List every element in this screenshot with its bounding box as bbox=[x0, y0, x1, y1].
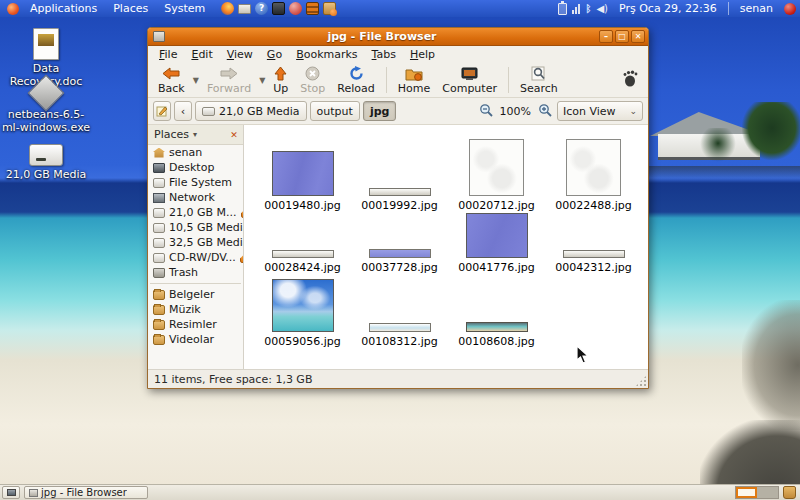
breadcrumb-jpg-current[interactable]: jpg bbox=[363, 101, 397, 121]
file-item[interactable]: 00041776.jpg bbox=[448, 213, 545, 275]
file-item[interactable]: 00108312.jpg bbox=[351, 275, 448, 349]
file-item[interactable]: 00042312.jpg bbox=[545, 213, 642, 275]
menu-go[interactable]: Go bbox=[260, 47, 289, 62]
workspace-1[interactable] bbox=[736, 487, 757, 498]
search-button[interactable]: Search bbox=[514, 64, 564, 97]
forward-button[interactable]: Forward bbox=[201, 64, 257, 97]
firefox-launcher-icon[interactable] bbox=[221, 2, 234, 15]
sidebar-close-icon[interactable]: ✕ bbox=[228, 129, 240, 141]
optical-drive-icon bbox=[153, 253, 165, 263]
menu-edit[interactable]: Edit bbox=[184, 47, 219, 62]
desktop-icon-media-drive[interactable]: 21,0 GB Media bbox=[0, 140, 92, 182]
help-launcher-icon[interactable]: ? bbox=[255, 2, 268, 15]
signal-strength-icon[interactable] bbox=[572, 3, 580, 14]
stop-icon bbox=[305, 66, 320, 82]
menu-help[interactable]: Help bbox=[403, 47, 442, 62]
zoom-in-icon[interactable] bbox=[538, 103, 552, 120]
window-titlebar[interactable]: jpg - File Browser – □ ✕ bbox=[148, 28, 648, 46]
file-item[interactable]: 00028424.jpg bbox=[254, 213, 351, 275]
file-view[interactable]: 00019480.jpg 00019992.jpg 00020712.jpg 0… bbox=[244, 125, 648, 369]
file-item[interactable]: 00019992.jpg bbox=[351, 133, 448, 213]
volume-icon[interactable]: ◀) bbox=[596, 3, 608, 14]
drive-icon bbox=[153, 223, 165, 233]
sidebar-item-32gb-media[interactable]: 32,5 GB Media bbox=[148, 235, 243, 250]
folder-icon bbox=[153, 305, 165, 315]
resize-grip[interactable] bbox=[635, 375, 647, 387]
show-desktop-button[interactable] bbox=[2, 486, 20, 499]
back-dropdown-chevron-icon[interactable]: ▼ bbox=[191, 76, 201, 85]
forward-label: Forward bbox=[207, 82, 251, 95]
reload-button[interactable]: Reload bbox=[331, 64, 380, 97]
sidebar-item-21gb-media[interactable]: 21,0 GB M... bbox=[148, 205, 243, 220]
home-button[interactable]: Home bbox=[392, 64, 436, 97]
toolbar: Back ▼ Forward ▼ Up Stop Reload bbox=[148, 63, 648, 98]
sidebar-header[interactable]: Places ▾ ✕ bbox=[148, 125, 243, 145]
sidebar-item-cdrw[interactable]: CD-RW/DV... bbox=[148, 250, 243, 265]
file-item[interactable]: 00108608.jpg bbox=[448, 275, 545, 349]
breadcrumb-output[interactable]: output bbox=[310, 101, 360, 121]
panel-clock[interactable]: Prş Oca 29, 22:36 bbox=[613, 2, 723, 15]
trash-applet-icon[interactable] bbox=[783, 486, 796, 499]
file-browser-window: jpg - File Browser – □ ✕ File Edit View … bbox=[147, 27, 649, 389]
sidebar-item-muzik[interactable]: Müzik bbox=[148, 302, 243, 317]
up-label: Up bbox=[273, 82, 288, 95]
up-button[interactable]: Up bbox=[267, 64, 294, 97]
forward-dropdown-chevron-icon[interactable]: ▼ bbox=[257, 76, 267, 85]
breadcrumb-drive[interactable]: 21,0 GB Media bbox=[195, 101, 307, 121]
menu-places[interactable]: Places bbox=[105, 0, 156, 17]
menu-tabs[interactable]: Tabs bbox=[365, 47, 403, 62]
status-bar: 11 items, Free space: 1,3 GB bbox=[148, 369, 648, 388]
edit-location-toggle[interactable] bbox=[153, 101, 171, 121]
sidebar-item-videolar[interactable]: Videolar bbox=[148, 332, 243, 347]
back-button[interactable]: Back bbox=[152, 64, 191, 97]
file-item[interactable]: 00022488.jpg bbox=[545, 133, 642, 213]
sidebar-item-filesystem[interactable]: File System bbox=[148, 175, 243, 190]
workspace-2[interactable] bbox=[757, 487, 778, 498]
view-mode-select[interactable]: Icon View ⌄ bbox=[557, 101, 643, 121]
trash-icon bbox=[153, 268, 165, 278]
screen-launcher-icon[interactable] bbox=[272, 2, 285, 15]
desktop-icon-netbeans-installer[interactable]: netbeans-6.5-ml-windows.exe bbox=[0, 78, 92, 134]
mail-launcher-icon[interactable] bbox=[238, 4, 251, 14]
drive-icon bbox=[153, 178, 165, 188]
stop-button[interactable]: Stop bbox=[294, 64, 331, 97]
power-icon[interactable] bbox=[784, 3, 796, 15]
breadcrumb-scroll-left-button[interactable]: ‹ bbox=[174, 101, 192, 121]
sidebar-item-label: senan bbox=[169, 146, 202, 159]
sidebar-item-trash[interactable]: Trash bbox=[148, 265, 243, 280]
sidebar-item-label: Trash bbox=[169, 266, 198, 279]
sidebar-item-desktop[interactable]: Desktop bbox=[148, 160, 243, 175]
network-icon bbox=[153, 193, 165, 203]
computer-button[interactable]: Computer bbox=[436, 64, 503, 97]
distro-logo-icon[interactable] bbox=[7, 3, 19, 15]
file-item[interactable]: 00020712.jpg bbox=[448, 133, 545, 213]
workspace-switcher bbox=[735, 486, 779, 499]
close-button[interactable]: ✕ bbox=[631, 30, 645, 43]
panel-separator bbox=[728, 2, 729, 15]
sidebar-item-label: CD-RW/DV... bbox=[169, 251, 236, 264]
battery-icon[interactable] bbox=[558, 3, 567, 15]
menu-view[interactable]: View bbox=[220, 47, 260, 62]
user-switcher[interactable]: senan bbox=[734, 2, 779, 15]
sidebar-item-network[interactable]: Network bbox=[148, 190, 243, 205]
file-thumbnail bbox=[272, 279, 334, 332]
file-item[interactable]: 00019480.jpg bbox=[254, 133, 351, 213]
file-item[interactable]: 00059056.jpg bbox=[254, 275, 351, 349]
media-player-launcher-icon[interactable] bbox=[289, 2, 302, 15]
file-item[interactable]: 00037728.jpg bbox=[351, 213, 448, 275]
menu-bookmarks[interactable]: Bookmarks bbox=[289, 47, 364, 62]
file-manager-launcher-icon[interactable] bbox=[323, 2, 336, 15]
menu-file[interactable]: File bbox=[152, 47, 184, 62]
menu-applications[interactable]: Applications bbox=[22, 0, 105, 17]
menu-system[interactable]: System bbox=[156, 0, 213, 17]
terminal-launcher-icon[interactable] bbox=[306, 2, 319, 15]
sidebar-item-10gb-media[interactable]: 10,5 GB Media bbox=[148, 220, 243, 235]
taskbar-window-button[interactable]: jpg - File Browser bbox=[24, 486, 148, 499]
maximize-button[interactable]: □ bbox=[615, 30, 629, 43]
sidebar-item-home[interactable]: senan bbox=[148, 145, 243, 160]
zoom-out-icon[interactable] bbox=[479, 103, 493, 120]
minimize-button[interactable]: – bbox=[599, 30, 613, 43]
bluetooth-icon[interactable]: ᛒ bbox=[585, 3, 591, 14]
sidebar-item-belgeler[interactable]: Belgeler bbox=[148, 287, 243, 302]
sidebar-item-resimler[interactable]: Resimler bbox=[148, 317, 243, 332]
